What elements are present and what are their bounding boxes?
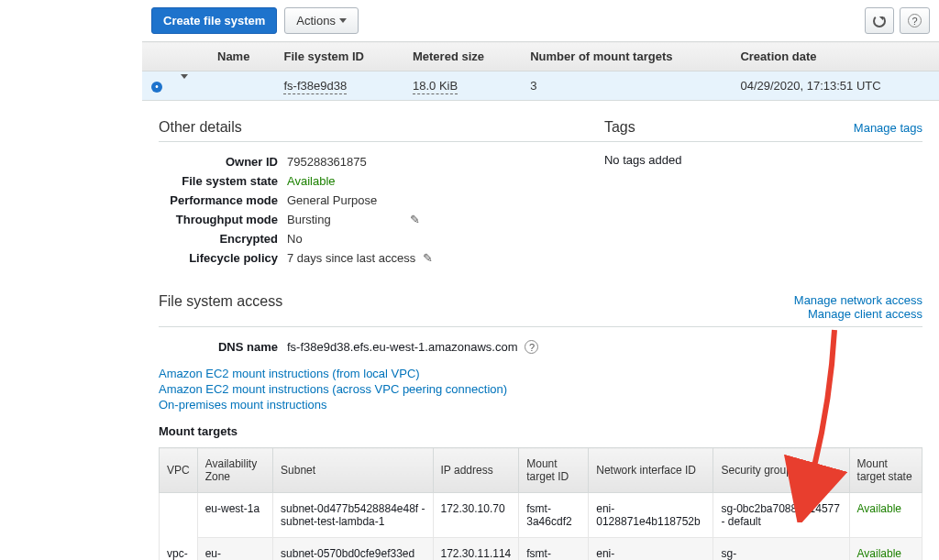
col-metered[interactable]: Metered size bbox=[403, 42, 521, 71]
mt-col-ip: IP address bbox=[433, 448, 519, 493]
cell-mount-count: 3 bbox=[521, 71, 731, 101]
mount-targets-title: Mount targets bbox=[159, 424, 922, 438]
tags-title: Tags bbox=[604, 119, 635, 136]
table-row[interactable]: • fs-f38e9d38 18.0 KiB 3 04/29/2020, 17:… bbox=[142, 71, 939, 101]
perf-mode-label: Performance mode bbox=[159, 193, 287, 207]
manage-tags-link[interactable]: Manage tags bbox=[854, 121, 922, 135]
encrypted-label: Encrypted bbox=[159, 232, 287, 246]
mt-az: eu- bbox=[197, 538, 272, 561]
dns-label: DNS name bbox=[159, 340, 287, 354]
mt-ip: 172.30.10.70 bbox=[433, 493, 519, 538]
mt-sg: sg-0bc2ba70884414577 - default bbox=[713, 493, 849, 538]
owner-id-label: Owner ID bbox=[159, 155, 287, 169]
help-icon[interactable]: ? bbox=[525, 340, 538, 354]
mt-col-mtid: Mount target ID bbox=[519, 448, 589, 493]
state-value: Available bbox=[287, 174, 336, 188]
mt-col-state: Mount target state bbox=[849, 448, 922, 493]
actions-dropdown[interactable]: Actions bbox=[284, 7, 359, 34]
ec2-local-link[interactable]: Amazon EC2 mount instructions (from loca… bbox=[159, 367, 922, 380]
help-button[interactable]: ? bbox=[900, 7, 930, 34]
throughput-label: Throughput mode bbox=[159, 213, 287, 226]
file-systems-table: Name File system ID Metered size Number … bbox=[142, 41, 939, 101]
mt-state: Available bbox=[849, 493, 922, 538]
mt-mtid: fsmt- bbox=[519, 538, 589, 561]
dns-value: fs-f38e9d38.efs.eu-west-1.amazonaws.com bbox=[287, 340, 517, 354]
table-row: vpc- eu-west-1a subnet-0d477b5428884e48f… bbox=[160, 493, 922, 538]
toolbar: Create file system Actions ? bbox=[142, 0, 939, 41]
cell-creation: 04/29/2020, 17:13:51 UTC bbox=[731, 71, 939, 101]
refresh-button[interactable] bbox=[865, 7, 894, 34]
mt-state: Available bbox=[849, 538, 922, 561]
cell-fsid: fs-f38e9d38 bbox=[274, 71, 403, 101]
ec2-peer-link[interactable]: Amazon EC2 mount instructions (across VP… bbox=[159, 382, 922, 396]
state-label: File system state bbox=[159, 174, 287, 188]
manage-network-link[interactable]: Manage network access bbox=[794, 293, 922, 307]
chevron-down-icon[interactable] bbox=[181, 74, 188, 93]
owner-id-value: 795288361875 bbox=[287, 155, 367, 169]
perf-mode-value: General Purpose bbox=[287, 193, 377, 207]
table-row: eu- subnet-0570bd0cfe9ef33ed 172.30.11.1… bbox=[160, 538, 922, 561]
expand-icon[interactable]: • bbox=[151, 82, 162, 93]
mount-targets-table: VPC Availability Zone Subnet IP address … bbox=[159, 447, 922, 560]
refresh-icon bbox=[873, 15, 886, 27]
help-icon: ? bbox=[908, 14, 922, 27]
col-creation[interactable]: Creation date bbox=[731, 42, 939, 71]
mt-sg: sg- bbox=[713, 538, 849, 561]
mt-subnet: subnet-0570bd0cfe9ef33ed bbox=[273, 538, 433, 561]
onprem-link[interactable]: On-premises mount instructions bbox=[159, 398, 922, 412]
encrypted-value: No bbox=[287, 232, 303, 246]
mt-col-sg: Security groups bbox=[713, 448, 849, 493]
mt-eni: eni- bbox=[589, 538, 713, 561]
mt-eni: eni-0128871e4b118752b bbox=[589, 493, 713, 538]
cell-name bbox=[208, 71, 274, 101]
col-name[interactable]: Name bbox=[208, 42, 274, 71]
col-fsid[interactable]: File system ID bbox=[274, 42, 403, 71]
manage-client-link[interactable]: Manage client access bbox=[794, 307, 922, 321]
lifecycle-label: Lifecycle policy bbox=[159, 251, 287, 265]
chevron-down-icon bbox=[339, 18, 347, 23]
mt-col-subnet: Subnet bbox=[273, 448, 433, 493]
mt-col-az: Availability Zone bbox=[197, 448, 272, 493]
mt-vpc: vpc- bbox=[160, 493, 198, 561]
mt-col-vpc: VPC bbox=[160, 448, 198, 493]
col-mount-targets[interactable]: Number of mount targets bbox=[521, 42, 731, 71]
details-panel: Other details Tags Manage tags Owner ID … bbox=[142, 101, 939, 560]
mt-ip: 172.30.11.114 bbox=[433, 538, 519, 561]
throughput-value: Bursting bbox=[287, 213, 331, 226]
other-details-title: Other details bbox=[159, 119, 242, 136]
mt-col-eni: Network interface ID bbox=[589, 448, 713, 493]
actions-label: Actions bbox=[296, 14, 336, 27]
mt-az: eu-west-1a bbox=[197, 493, 272, 538]
pencil-icon[interactable]: ✎ bbox=[410, 213, 420, 226]
fsa-title: File system access bbox=[159, 293, 282, 321]
pencil-icon[interactable]: ✎ bbox=[423, 251, 433, 265]
create-file-system-button[interactable]: Create file system bbox=[151, 7, 277, 34]
cell-metered: 18.0 KiB bbox=[403, 71, 521, 101]
mt-subnet: subnet-0d477b5428884e48f - subnet-test-l… bbox=[273, 493, 433, 538]
lifecycle-value: 7 days since last access bbox=[287, 251, 415, 265]
mt-mtid: fsmt-3a46cdf2 bbox=[519, 493, 589, 538]
tags-empty: No tags added bbox=[604, 153, 922, 167]
